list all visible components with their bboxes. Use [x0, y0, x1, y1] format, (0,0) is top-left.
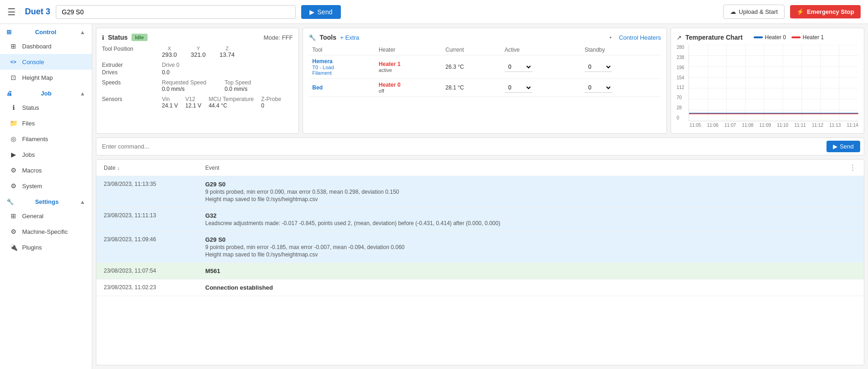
send-arrow-icon: ▶ [309, 8, 315, 16]
tool-name: Bed [312, 84, 371, 91]
log-date: 23/08/2023, 11:13:35 [104, 181, 205, 202]
zprobe-value: 0 [261, 102, 281, 109]
console-command-input[interactable] [100, 141, 826, 152]
log-event-detail: Height map saved to file 0:/sys/heightma… [205, 196, 856, 202]
sort-icon: ↓ [117, 165, 120, 171]
tool-sub1[interactable]: T0 - Load [312, 65, 371, 70]
sidebar-item-macros[interactable]: ⚙ Macros [0, 162, 92, 178]
y-axis: 280 238 196 154 112 70 28 0 [677, 45, 689, 121]
standby-select[interactable]: 0 [584, 83, 612, 93]
log-col-date[interactable]: Date ↓ [104, 165, 205, 171]
control-heaters-link[interactable]: Control Heaters [619, 34, 661, 41]
control-chevron-icon: ▲ [80, 29, 85, 36]
sidebar-item-general-label: General [22, 213, 43, 220]
console-icon: <> [9, 58, 18, 66]
sidebar-item-filaments-label: Filaments [22, 136, 48, 143]
log-menu-icon[interactable]: ⋮ [849, 163, 856, 172]
current-value: 28.1 °C [446, 84, 464, 91]
top-speed-value: 0.0 mm/s [225, 86, 251, 92]
sidebar-section-job[interactable]: 🖨 Job ▲ [0, 85, 92, 100]
sidebar-item-files[interactable]: 📁 Files [0, 115, 92, 131]
col-heater: Heater [375, 45, 442, 55]
status-panel-title: Status [108, 34, 128, 41]
active-select[interactable]: 0 [505, 62, 532, 72]
current-cell: 28.1 °C [442, 79, 501, 97]
log-row: 23/08/2023, 11:09:46 G29 S0 9 points pro… [96, 232, 864, 263]
standby-select[interactable]: 0 [584, 62, 612, 72]
drive0-label: Drive 0 [162, 62, 293, 68]
sidebar-item-system-label: System [22, 183, 42, 190]
drives-label: Drives [102, 69, 162, 76]
sidebar-section-control[interactable]: ⊞ Control ▲ [0, 24, 92, 38]
menu-icon[interactable]: ☰ [7, 6, 16, 18]
heater1-legend-dot [791, 36, 801, 38]
topbar-send-button[interactable]: ▶ Send [301, 5, 341, 19]
sidebar-item-heightmap[interactable]: ⊡ Height Map [0, 70, 92, 85]
emergency-stop-button[interactable]: ⚡ Emergency Stop [790, 5, 861, 18]
extruder-label: Extruder [102, 62, 162, 68]
log-event: G29 S0 9 points probed, min error -0.185… [205, 236, 856, 258]
log-event: G29 S0 9 points probed, min error 0.090,… [205, 181, 856, 202]
files-icon: 📁 [9, 119, 18, 127]
control-heaters-separator: • [609, 34, 612, 41]
log-date: 23/08/2023, 11:11:13 [104, 212, 205, 226]
command-input[interactable] [56, 5, 296, 19]
log-date: 23/08/2023, 11:02:23 [104, 284, 205, 291]
v12-value: 12.1 V [185, 102, 202, 109]
y-label: Y [196, 46, 200, 51]
control-icon: ⊞ [6, 29, 12, 36]
sidebar-item-system[interactable]: ⚙ System [0, 178, 92, 194]
requested-speed-value: 0.0 mm/s [162, 86, 206, 92]
heater0-legend-label: Heater 0 [765, 34, 786, 41]
tool-position-label: Tool Position [102, 46, 162, 52]
speeds-values: Requested Speed 0.0 mm/s Top Speed 0.0 m… [162, 79, 293, 92]
status-panel: ℹ Status Idle Mode: FFF Tool Position X … [96, 28, 299, 134]
sidebar-item-machine-specific[interactable]: ⚙ Machine-Specific [0, 224, 92, 239]
sidebar-item-plugins[interactable]: 🔌 Plugins [0, 239, 92, 255]
log-date: 23/08/2023, 11:07:54 [104, 268, 205, 274]
chart-panel-header: ↗ Temperature Chart Heater 0 Heater 1 [677, 34, 858, 41]
content-area: ℹ Status Idle Mode: FFF Tool Position X … [92, 24, 868, 369]
status-info-icon: ℹ [102, 34, 104, 41]
status-panel-header: ℹ Status Idle Mode: FFF [102, 34, 293, 41]
main-layout: ⊞ Control ▲ ⊞ Dashboard <> Console ⊡ Hei… [0, 24, 868, 369]
standby-cell[interactable]: 0 [581, 79, 661, 97]
log-row: 23/08/2023, 11:13:35 G29 S0 9 points pro… [96, 176, 864, 208]
sidebar-item-filaments[interactable]: ◎ Filaments [0, 131, 92, 147]
col-tool: Tool [309, 45, 375, 55]
log-event: M561 [205, 268, 856, 274]
top-panels: ℹ Status Idle Mode: FFF Tool Position X … [92, 24, 868, 137]
sidebar-section-settings[interactable]: 🔧 Settings ▲ [0, 194, 92, 208]
current-cell: 26.3 °C [442, 55, 501, 79]
chart-trend-icon: ↗ [677, 34, 682, 41]
x-value: 293.0 [162, 51, 177, 58]
sidebar-item-plugins-label: Plugins [22, 244, 42, 251]
console-send-button[interactable]: ▶ Send [826, 141, 860, 152]
tool-sub2[interactable]: Filament [312, 70, 371, 76]
plugins-icon: 🔌 [9, 243, 18, 251]
legend-heater0: Heater 0 [754, 34, 786, 41]
log-body: 23/08/2023, 11:13:35 G29 S0 9 points pro… [96, 176, 864, 365]
active-cell[interactable]: 0 [501, 79, 581, 97]
sidebar-item-dashboard[interactable]: ⊞ Dashboard [0, 38, 92, 54]
table-row: Bed Heater 0 off 28.1 °C 0 0 [309, 79, 661, 97]
sidebar-item-console[interactable]: <> Console [0, 54, 92, 70]
sidebar-item-general[interactable]: ⊞ General [0, 208, 92, 224]
log-event: G32 Leadscrew adjustments made: -0.017 -… [205, 212, 856, 226]
general-icon: ⊞ [9, 212, 18, 220]
top-speed-label: Top Speed [225, 79, 251, 86]
extra-link[interactable]: + Extra [340, 34, 359, 41]
active-cell[interactable]: 0 [501, 55, 581, 79]
active-select[interactable]: 0 [505, 83, 532, 93]
sidebar-item-status[interactable]: ℹ Status [0, 100, 92, 115]
filaments-icon: ◎ [9, 135, 18, 143]
standby-cell[interactable]: 0 [581, 55, 661, 79]
log-date-label: Date [104, 165, 115, 171]
tool-cell: Bed [309, 79, 375, 97]
y-value: 321.0 [191, 51, 206, 58]
sidebar-item-jobs[interactable]: ▶ Jobs [0, 147, 92, 162]
mcu-label: MCU Temperature [208, 96, 254, 102]
drive0-value: 0.0 [162, 69, 293, 76]
upload-start-button[interactable]: ☁ Upload & Start [723, 5, 785, 19]
heater-name: Heater 1 [379, 61, 438, 67]
